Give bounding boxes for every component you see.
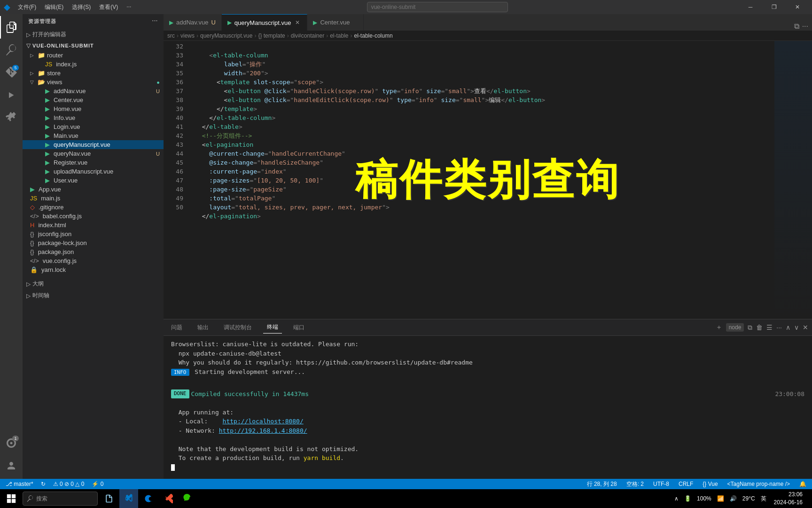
tree-item-center[interactable]: ▶ Center.vue <box>23 95 164 104</box>
tray-language[interactable]: 英 <box>759 495 768 503</box>
taskbar-search[interactable]: 搜索 <box>23 492 98 506</box>
tree-item-addnav[interactable]: ▶ addNav.vue U <box>23 87 164 95</box>
minimize-button[interactable]: ─ <box>740 0 761 14</box>
tree-item-packagelock[interactable]: {} package-lock.json <box>23 238 164 247</box>
close-panel-icon[interactable]: ✕ <box>803 324 808 331</box>
add-terminal-icon[interactable]: ＋ <box>716 323 722 332</box>
timeline-header[interactable]: ▷ 时间轴 <box>23 290 164 302</box>
tree-item-store[interactable]: ▷ 📁 store <box>23 69 164 78</box>
tab-debug-console[interactable]: 调试控制台 <box>220 322 256 333</box>
tree-item-indexhtml[interactable]: H index.html <box>23 221 164 230</box>
activity-remote[interactable]: 1 <box>0 432 23 454</box>
cursor-position[interactable]: 行 28, 列 28 <box>585 480 619 488</box>
taskbar-app-wechat[interactable] <box>179 489 197 508</box>
svg-rect-4 <box>12 499 16 503</box>
tree-item-main[interactable]: ▶ Main.vue <box>23 131 164 140</box>
encoding[interactable]: UTF-8 <box>651 481 671 487</box>
tree-item-login[interactable]: ▶ Login.vue <box>23 122 164 131</box>
code-content[interactable]: <el-table-column label="操作" width="200">… <box>187 41 774 319</box>
term-line <box>171 380 804 389</box>
tab-ports[interactable]: 端口 <box>289 322 308 333</box>
split-terminal-icon[interactable]: ⧉ <box>748 324 752 332</box>
menu-file[interactable]: 文件(F) <box>14 2 40 12</box>
sidebar-menu-icon[interactable]: ··· <box>152 18 158 24</box>
more-tab-actions-icon[interactable]: ··· <box>802 22 808 31</box>
breadcrumb-template[interactable]: {} template <box>258 32 285 39</box>
breadcrumb-views[interactable]: views <box>180 32 195 39</box>
menu-select[interactable]: 选择(S) <box>68 2 94 12</box>
activity-run[interactable] <box>0 84 23 106</box>
tag-info[interactable]: <TagName prop-name /> <box>726 481 792 487</box>
tree-item-package[interactable]: {} package.json <box>23 247 164 256</box>
scroll-up-icon[interactable]: ∧ <box>786 324 790 331</box>
taskbar-app-files[interactable] <box>100 489 118 508</box>
activity-explorer[interactable] <box>0 16 23 39</box>
activity-extensions[interactable] <box>0 106 23 129</box>
network-url[interactable]: http://192.168.1.4:8080/ <box>219 427 307 434</box>
notification-icon[interactable]: 🔔 <box>797 481 808 487</box>
tree-item-upload[interactable]: ▶ uploadManuscript.vue <box>23 167 164 176</box>
taskbar-app-vscode[interactable] <box>119 489 138 508</box>
language-mode[interactable]: {} Vue <box>701 481 719 487</box>
taskbar-app-git[interactable] <box>159 489 178 508</box>
tree-item-home[interactable]: ▶ Home.vue <box>23 104 164 113</box>
tree-item-babelconfig[interactable]: </> babel.config.js <box>23 212 164 221</box>
close-button[interactable]: ✕ <box>787 0 808 14</box>
outline-header[interactable]: ▷ 大纲 <box>23 278 164 290</box>
git-branch[interactable]: ⎇ master* <box>4 481 35 487</box>
tree-item-views[interactable]: ▽ 📂 views ● <box>23 78 164 87</box>
terminal-content[interactable]: Browserslist: caniuse-lite is outdated. … <box>164 336 812 479</box>
tree-item-info[interactable]: ▶ Info.vue <box>23 113 164 122</box>
sync-icon[interactable]: ↻ <box>39 481 47 487</box>
activity-search[interactable] <box>0 39 23 61</box>
indent-size[interactable]: 空格: 2 <box>625 480 646 488</box>
tray-arrow[interactable]: ∧ <box>672 495 680 502</box>
scroll-down-icon[interactable]: ∨ <box>794 324 799 331</box>
activity-account[interactable] <box>0 454 23 477</box>
tab-querymanuscript[interactable]: ▶ queryManuscript.vue ✕ <box>222 14 308 31</box>
tree-item-mainjs[interactable]: JS main.js <box>23 194 164 203</box>
tree-item-router[interactable]: ▷ 📁 router <box>23 51 164 60</box>
tree-item-router-index[interactable]: JS index.js <box>23 60 164 69</box>
menu-edit[interactable]: 编辑(E) <box>41 2 67 12</box>
tab-center[interactable]: ▶ Center.vue <box>307 14 364 31</box>
menu-view[interactable]: 查看(V) <box>95 2 122 12</box>
tree-item-yarnlock[interactable]: 🔒 yarn.lock <box>23 265 164 274</box>
more-actions-icon[interactable]: ··· <box>776 324 782 331</box>
search-input[interactable] <box>367 2 508 12</box>
start-button[interactable] <box>2 489 21 508</box>
tab-terminal[interactable]: 终端 <box>263 321 282 333</box>
open-editors-header[interactable]: ▷ 打开的编辑器 <box>23 29 164 40</box>
tree-item-appvue[interactable]: ▶ App.vue <box>23 185 164 194</box>
menu-more[interactable]: ··· <box>123 2 135 12</box>
local-url[interactable]: http://localhost:8080/ <box>223 418 304 425</box>
tree-item-gitignore[interactable]: ◇ .gitignore <box>23 203 164 212</box>
tab-addnav[interactable]: ▶ addNav.vue U <box>164 14 222 31</box>
activity-git[interactable]: 5 <box>0 61 23 84</box>
kill-terminal-icon[interactable]: 🗑 <box>756 324 763 331</box>
error-count[interactable]: ⚠ 0 ⊘ 0 △ 0 <box>51 481 86 487</box>
line-ending[interactable]: CRLF <box>677 481 695 487</box>
tree-item-vueconfig[interactable]: </> vue.config.js <box>23 256 164 265</box>
terminal-list-icon[interactable]: ☰ <box>766 324 773 331</box>
tray-clock[interactable]: 23:06 2024-06-16 <box>770 491 806 507</box>
taskbar-app-edge[interactable] <box>139 489 158 508</box>
tab-problems[interactable]: 问题 <box>167 322 186 333</box>
breadcrumb-container[interactable]: div#container <box>291 32 324 39</box>
split-editor-icon[interactable]: ⧉ <box>794 22 799 31</box>
breadcrumb-file[interactable]: queryManuscript.vue <box>200 32 252 39</box>
project-root-header[interactable]: ▽ VUE-ONLINE-SUBMIT <box>23 40 164 51</box>
tree-item-register[interactable]: ▶ Register.vue <box>23 158 164 167</box>
restore-button[interactable]: ❐ <box>763 0 785 14</box>
breadcrumb-eltable[interactable]: el-table <box>330 32 348 39</box>
tree-item-user[interactable]: ▶ User.vue <box>23 176 164 185</box>
tab-close-button[interactable]: ✕ <box>294 19 301 26</box>
tree-item-querymanuscript[interactable]: ▶ queryManuscript.vue <box>23 140 164 149</box>
tab-output[interactable]: 输出 <box>194 322 212 333</box>
tree-item-querynav[interactable]: ▶ queryNav.vue U <box>23 149 164 158</box>
breadcrumb-eltablecolumn[interactable]: el-table-column <box>354 32 393 39</box>
breadcrumb-src[interactable]: src <box>167 32 175 39</box>
warning-count[interactable]: ⚡ 0 <box>90 481 105 487</box>
done-badge: DONE <box>171 389 189 398</box>
tree-item-jsconfig[interactable]: {} jsconfig.json <box>23 230 164 238</box>
